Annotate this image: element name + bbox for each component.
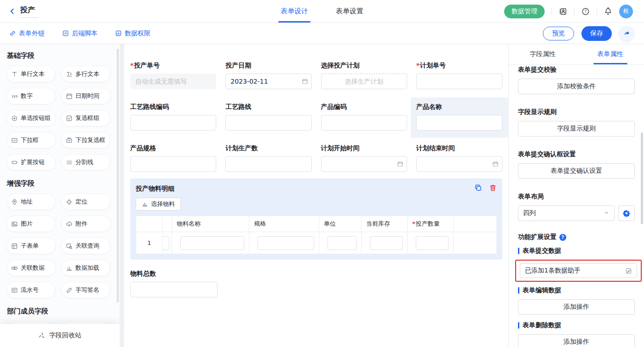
field-route[interactable]: 工艺路线 <box>225 103 311 131</box>
data-manage-button[interactable]: 数据管理 <box>504 5 545 18</box>
help-icon[interactable]: ? <box>581 7 590 16</box>
locate-icon <box>66 199 73 205</box>
add-validation-button[interactable]: 添加校验条件 <box>518 79 635 94</box>
layout-select[interactable]: 四列 <box>518 205 615 221</box>
sidebar-item-locate[interactable]: 定位 <box>61 193 110 210</box>
sidebar-item-multi-line-text[interactable]: 多行文本 <box>61 66 110 82</box>
column-material-name: 物料名称 <box>172 216 249 232</box>
field-plan-no[interactable]: *计划单号 <box>416 62 502 89</box>
field-plan-start[interactable]: 计划开始时间 <box>321 144 407 172</box>
delete-data-label: 表单删除数据 <box>518 321 635 330</box>
submit-confirm-button[interactable]: 表单提交确认设置 <box>518 163 635 179</box>
required-star: * <box>130 62 133 69</box>
production-no-input[interactable] <box>130 74 216 89</box>
qty-input[interactable] <box>416 236 448 250</box>
field-recycle-bin[interactable]: 字段回收站 <box>0 324 120 347</box>
annotation-highlight: 已添加1条数据助手 <box>515 260 642 282</box>
field-plan-qty[interactable]: 计划生产数 <box>225 144 311 172</box>
material-total-input[interactable] <box>130 282 218 297</box>
external-link-button[interactable]: 表单外链 <box>9 29 45 38</box>
user-avatar[interactable]: 检 <box>619 5 633 18</box>
field-material-total[interactable]: 物料总数 <box>130 270 218 297</box>
sidebar-item-attachment[interactable]: 附件 <box>61 216 110 232</box>
hidden-cell-input[interactable] <box>163 236 170 250</box>
sidebar-item-data-load[interactable]: 数据加载 <box>61 260 110 276</box>
subform-material-detail[interactable]: 投产物料明细 选择物料 物料名称 规格 <box>130 178 502 260</box>
field-visibility-button[interactable]: 字段显示规则 <box>518 121 635 137</box>
tab-field-properties[interactable]: 字段属性 <box>509 44 576 64</box>
sidebar-item-number[interactable]: 123数字 <box>6 88 56 104</box>
sidebar-item-linked-data[interactable]: 关联数据 <box>6 260 56 276</box>
sidebar-item-divider[interactable]: 分割线 <box>61 154 110 171</box>
product-name-input[interactable] <box>416 115 502 131</box>
preview-button[interactable]: 预览 <box>543 27 574 40</box>
field-plan-end[interactable]: 计划结束时间 <box>416 144 502 172</box>
plan-no-input[interactable] <box>416 74 502 89</box>
product-spec-input[interactable] <box>130 156 216 172</box>
select-plan-input[interactable] <box>321 74 407 89</box>
back-button[interactable] <box>8 7 16 15</box>
delete-data-add-button[interactable]: 添加操作 <box>518 334 635 347</box>
sidebar-scrollbar-thumb[interactable] <box>117 49 119 302</box>
data-assistant-field[interactable]: 已添加1条数据助手 <box>520 263 637 278</box>
form-title[interactable]: 投产 <box>20 5 38 18</box>
field-product-code[interactable]: 产品编码 <box>321 103 407 131</box>
notification-bell-icon[interactable] <box>604 7 612 16</box>
production-date-input[interactable] <box>225 74 311 89</box>
sidebar-item-address[interactable]: 地址 <box>6 193 56 210</box>
sidebar-item-signature[interactable]: 手写签名 <box>61 282 110 298</box>
sidebar-item-datetime[interactable]: 日期时间 <box>61 88 110 104</box>
field-product-name[interactable]: 产品名称 <box>411 97 508 138</box>
save-button[interactable]: 保存 <box>581 26 612 41</box>
data-permission-button[interactable]: 数据权限 <box>115 29 150 38</box>
sidebar-item-serial-number[interactable]: 流水号 <box>6 282 56 298</box>
sidebar-item-multi-select[interactable]: 下拉复选框 <box>61 132 110 148</box>
field-product-spec[interactable]: 产品规格 <box>130 144 216 172</box>
form-toolbar: 表单外链 后端脚本 数据权限 预览 保存 <box>0 23 644 44</box>
field-production-no[interactable]: *投产单号 <box>130 62 216 89</box>
backend-script-button[interactable]: 后端脚本 <box>62 29 98 38</box>
copy-field-icon[interactable] <box>474 184 482 193</box>
sidebar-item-subform[interactable]: 子表单 <box>6 238 56 254</box>
sidebar-item-checkbox-group[interactable]: 复选框组 <box>61 110 110 126</box>
tab-form-properties[interactable]: 表单属性 <box>576 44 644 64</box>
extension-help-icon[interactable]: ? <box>559 234 566 241</box>
plan-end-input[interactable] <box>416 156 502 172</box>
data-load-icon <box>66 265 73 272</box>
panel-scrollbar-thumb[interactable] <box>641 132 643 224</box>
edit-data-add-button[interactable]: 添加操作 <box>518 299 635 315</box>
sidebar-item-extend-button[interactable]: 扩展按钮 <box>6 154 56 171</box>
sidebar-item-linked-query[interactable]: 关联查询 <box>61 238 110 254</box>
stock-input[interactable] <box>370 236 402 250</box>
delete-field-icon[interactable] <box>489 184 497 193</box>
sidebar-item-single-line-text[interactable]: 单行文本 <box>6 66 56 82</box>
unit-input[interactable] <box>328 236 356 250</box>
script-icon <box>62 30 69 37</box>
field-select-plan[interactable]: 选择投产计划 <box>321 62 407 89</box>
cell-hidden <box>163 232 172 254</box>
field-route-code[interactable]: 工艺路线编码 <box>130 103 216 131</box>
plan-start-input[interactable] <box>321 156 407 172</box>
signature-icon <box>66 287 73 294</box>
field-visibility-label: 字段显示规则 <box>518 108 635 116</box>
sidebar-item-select[interactable]: 下拉框 <box>6 132 56 148</box>
contacts-icon[interactable] <box>559 7 567 16</box>
column-blank <box>454 216 497 232</box>
tab-form-settings[interactable]: 表单设置 <box>335 0 364 23</box>
sidebar-item-radio-group[interactable]: 单选按钮组 <box>6 110 56 126</box>
select-material-button[interactable]: 选择物料 <box>136 198 181 210</box>
tab-form-design[interactable]: 表单设计 <box>280 0 309 23</box>
route-input[interactable] <box>225 115 311 131</box>
layout-settings-button[interactable] <box>618 205 635 221</box>
product-code-input[interactable] <box>321 115 407 131</box>
route-code-input[interactable] <box>130 115 216 131</box>
sidebar-item-image[interactable]: 图片 <box>6 216 56 232</box>
spec-input[interactable] <box>258 236 314 250</box>
column-hidden <box>163 216 172 232</box>
material-name-input[interactable] <box>180 236 244 250</box>
edit-icon[interactable] <box>625 267 632 274</box>
divider-icon <box>66 159 73 166</box>
field-production-date[interactable]: 投产日期 <box>225 62 311 89</box>
plan-qty-input[interactable] <box>225 156 311 172</box>
share-button[interactable] <box>619 26 634 41</box>
